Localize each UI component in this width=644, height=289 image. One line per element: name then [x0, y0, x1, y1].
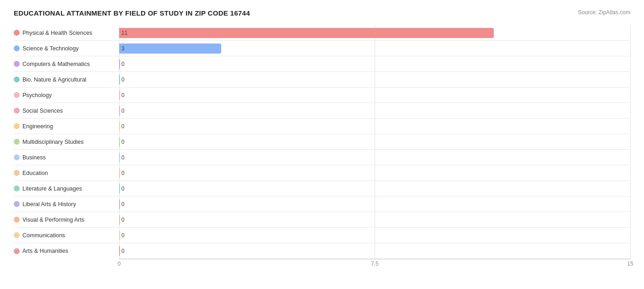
- bar-container: 11: [119, 28, 630, 38]
- bar-row: Computers & Mathematics0: [14, 56, 630, 72]
- bar-row: Psychology0: [14, 87, 630, 103]
- bar-container: 0: [119, 137, 630, 147]
- bar-label: Multidisciplinary Studies: [14, 139, 119, 145]
- bar: 0: [119, 90, 120, 100]
- bar: 0: [119, 246, 120, 256]
- bar-container: 0: [119, 90, 630, 100]
- bar-value-label: 11: [121, 30, 127, 36]
- bar-dot: [14, 248, 20, 254]
- bar-label: Science & Technology: [14, 45, 119, 52]
- bar-dot: [14, 108, 20, 114]
- bar-dot: [14, 185, 20, 191]
- bar-value-label: 0: [121, 170, 125, 176]
- bar-container: 0: [119, 168, 630, 178]
- bar-value-label: 0: [121, 139, 125, 145]
- bar-container: 0: [119, 121, 630, 131]
- bar-container: 0: [119, 199, 630, 209]
- x-tick-label: 15: [627, 261, 633, 267]
- bar-value-label: 0: [121, 154, 125, 161]
- bar-dot: [14, 154, 20, 160]
- bar-label: Engineering: [14, 123, 119, 130]
- bar-row: Multidisciplinary Studies0: [14, 134, 630, 150]
- bar: 0: [119, 75, 120, 85]
- bar: 0: [119, 230, 120, 240]
- bar-label: Physical & Health Sciences: [14, 30, 119, 36]
- bar-label: Education: [14, 170, 119, 176]
- bar: 0: [119, 199, 120, 209]
- bar-dot: [14, 92, 20, 98]
- bar-row: Science & Technology3: [14, 41, 630, 56]
- bar-row: Literature & Languages0: [14, 181, 630, 196]
- bar-label: Social Sciences: [14, 108, 119, 114]
- bar: 0: [119, 153, 120, 163]
- bar-dot: [14, 139, 20, 145]
- x-tick-label: 0: [118, 261, 121, 267]
- bar-container: 0: [119, 215, 630, 225]
- bar-container: 0: [119, 184, 630, 194]
- bar-row: Communications0: [14, 228, 630, 243]
- bar-row: Social Sciences0: [14, 103, 630, 119]
- bar-value-label: 0: [121, 201, 125, 207]
- bar-container: 3: [119, 44, 630, 54]
- bar-value-label: 0: [121, 217, 125, 223]
- bar-value-label: 0: [121, 232, 125, 239]
- bar-container: 0: [119, 75, 630, 85]
- chart-title: EDUCATIONAL ATTAINMENT BY FIELD OF STUDY…: [14, 9, 250, 17]
- bar: 0: [119, 184, 120, 194]
- bar-row: Engineering0: [14, 119, 630, 134]
- bar-value-label: 0: [121, 92, 125, 98]
- bar-row: Education0: [14, 165, 630, 181]
- bar: 0: [119, 215, 120, 225]
- bar-dot: [14, 30, 20, 36]
- bar-value-label: 0: [121, 123, 125, 130]
- bar-value-label: 0: [121, 248, 125, 254]
- bar: 0: [119, 121, 120, 131]
- bar-value-label: 0: [121, 185, 125, 192]
- bar-label: Visual & Performing Arts: [14, 217, 119, 223]
- bar-container: 0: [119, 59, 630, 69]
- bar-value-label: 0: [121, 76, 125, 83]
- bar-dot: [14, 170, 20, 176]
- chart-area: Physical & Health Sciences11Science & Te…: [14, 25, 630, 259]
- x-axis: 07.515: [119, 259, 630, 270]
- bar-container: 0: [119, 230, 630, 240]
- bar-dot: [14, 217, 20, 223]
- bar-label: Communications: [14, 232, 119, 239]
- bar-dot: [14, 76, 20, 82]
- bar-row: Arts & Humanities0: [14, 243, 630, 259]
- bar-dot: [14, 45, 20, 51]
- bar-row: Liberal Arts & History0: [14, 196, 630, 212]
- bar: 0: [119, 106, 120, 116]
- x-tick-label: 7.5: [371, 261, 379, 267]
- bar: 0: [119, 137, 120, 147]
- bar-label: Arts & Humanities: [14, 248, 119, 254]
- bar-value-label: 0: [121, 108, 125, 114]
- bar-row: Visual & Performing Arts0: [14, 212, 630, 228]
- bar: 0: [119, 59, 120, 69]
- bar-row: Physical & Health Sciences11: [14, 25, 630, 41]
- bar-row: Business0: [14, 150, 630, 165]
- bar-label: Literature & Languages: [14, 185, 119, 192]
- bar: 3: [119, 44, 221, 54]
- bar-dot: [14, 61, 20, 67]
- bar-container: 0: [119, 106, 630, 116]
- bar-row: Bio, Nature & Agricultural0: [14, 72, 630, 87]
- bar-container: 0: [119, 153, 630, 163]
- source-label: Source: ZipAtlas.com: [578, 9, 630, 16]
- bar-label: Business: [14, 154, 119, 161]
- bar-dot: [14, 201, 20, 207]
- bar-label: Psychology: [14, 92, 119, 98]
- bar: 11: [119, 28, 494, 38]
- bar-value-label: 0: [121, 61, 125, 67]
- bar-dot: [14, 123, 20, 129]
- bar-dot: [14, 232, 20, 238]
- bar-label: Bio, Nature & Agricultural: [14, 76, 119, 83]
- bar-label: Liberal Arts & History: [14, 201, 119, 207]
- bar-value-label: 3: [121, 45, 125, 52]
- bar-label: Computers & Mathematics: [14, 61, 119, 67]
- bar-container: 0: [119, 246, 630, 256]
- bar: 0: [119, 168, 120, 178]
